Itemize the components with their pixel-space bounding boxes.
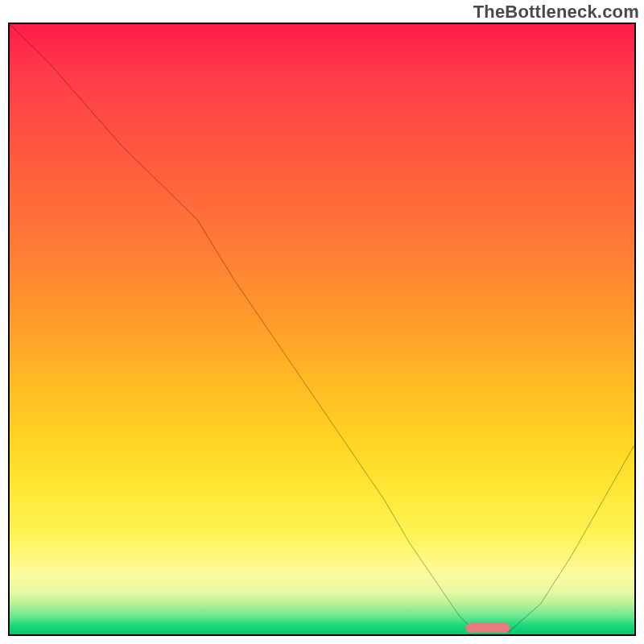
bottleneck-curve bbox=[10, 24, 634, 634]
chart-container: TheBottleneck.com bbox=[0, 0, 644, 644]
plot-frame bbox=[8, 23, 636, 636]
watermark-text: TheBottleneck.com bbox=[473, 2, 639, 23]
optimal-range-marker bbox=[465, 623, 509, 633]
